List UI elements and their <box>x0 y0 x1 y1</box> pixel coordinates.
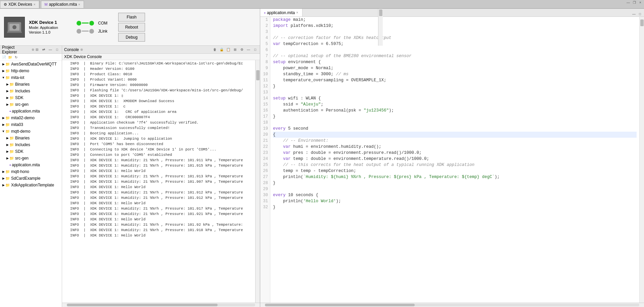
device-panel-scroll[interactable] <box>378 9 383 46</box>
console-maximize-icon[interactable]: □ <box>252 47 258 52</box>
restore-button[interactable]: ❐ <box>632 0 637 5</box>
code-token-comment: // -- Environment: <box>283 138 328 143</box>
code-token-comment: // -- this corrects for the heat output … <box>283 163 474 167</box>
code-line: var tempCorrection = 6.5975; <box>273 41 637 47</box>
tree-arrow-includes2: ▶ <box>5 143 9 146</box>
folder-icon-mitaiot: 📁 <box>5 76 10 80</box>
tree-item-mqtthono[interactable]: ▶ 📁 mqtt-hono <box>0 168 62 175</box>
console-title: Console <box>64 47 79 52</box>
tree-item-appmita2[interactable]: ▶ ▪ application.mita <box>0 162 62 168</box>
editor-vscroll[interactable] <box>639 17 644 303</box>
tree-item-mitaiot[interactable]: ▼ 📁 mita-iot <box>0 74 62 81</box>
com-row: COM <box>77 21 107 26</box>
tree-item-sdk1[interactable]: ▶ 📁 SDK <box>0 94 62 101</box>
editor-minimize-icon[interactable]: — <box>631 11 637 16</box>
link-editor-icon[interactable]: ⇄ <box>41 47 46 52</box>
console-hscroll[interactable] <box>62 303 260 307</box>
code-token-kw: package <box>273 17 291 22</box>
tree-item-srcgen2[interactable]: ▶ 📁 src-gen <box>0 155 62 162</box>
tree-item-sdcard[interactable]: ▶ 📁 SdCardExample <box>0 175 62 182</box>
new-folder-icon[interactable]: 📁 <box>7 54 13 60</box>
folder-icon-sdk1: 📁 <box>9 96 14 100</box>
tree-arrow-mqtthono: ▶ <box>1 170 5 173</box>
tree-item-awssend[interactable]: ▶ 📁 AwsSendDataOverMQTT <box>0 61 62 68</box>
editor-tab-close-btn[interactable]: × <box>296 11 298 14</box>
maximize-panel-icon[interactable]: □ <box>54 47 60 52</box>
console-minimize-icon[interactable]: — <box>246 47 251 52</box>
collapse-all-icon[interactable]: ⊟ <box>34 47 40 52</box>
svg-point-2 <box>12 25 16 29</box>
jlink-label: JLink <box>98 29 107 34</box>
code-token-kw: setup <box>273 96 286 101</box>
minimize-panel-icon[interactable]: — <box>48 47 53 52</box>
tree-label-awssend: AwsSendDataOverMQTT <box>11 62 57 67</box>
folder-icon-mqtthono: 📁 <box>5 170 10 174</box>
debug-button[interactable]: Debug <box>118 33 145 42</box>
xdk-devices-tab[interactable]: ⚙ XDK Devices × <box>0 1 39 8</box>
tree-item-includes2[interactable]: ▶ 📁 Includes <box>0 141 62 148</box>
console-scroll-thumb <box>256 70 260 80</box>
tree-item-mqttdemo[interactable]: ▼ 📁 mqtt-demo <box>0 128 62 135</box>
flash-button[interactable]: Flash <box>118 13 145 21</box>
folder-icon-mita03: 📁 <box>5 123 10 127</box>
tree-item-mita03[interactable]: ▶ 📁 mita03 <box>0 121 62 128</box>
code-line: } <box>273 114 637 120</box>
tree-item-srcgen1[interactable]: ▶ 📁 src-gen <box>0 101 62 108</box>
code-token-plain: wifi : WLAN { <box>286 96 321 101</box>
com-dots <box>77 21 94 26</box>
editor-hscroll[interactable] <box>260 303 644 307</box>
code-token-plain: } <box>273 205 276 210</box>
console-vscroll[interactable] <box>255 60 260 303</box>
console-line: INFO | XDK DEVICE 1: Hello World <box>63 201 254 206</box>
code-token-plain: ssid = <box>273 102 301 107</box>
tree-label-appmita2: application.mita <box>12 163 40 167</box>
code-line: } <box>273 83 637 89</box>
editor-tab-close[interactable]: × <box>78 3 80 6</box>
folder-icon-awssend: 📁 <box>5 62 10 67</box>
console-copy-icon[interactable]: 📋 <box>226 47 231 52</box>
line-number: 2 <box>262 23 268 29</box>
tree-item-binaries2[interactable]: ▶ 📁 Binaries <box>0 135 62 141</box>
code-content[interactable]: package main;import platforms.xdk110; //… <box>270 17 639 303</box>
console-output[interactable]: INFO | Binary File: C:\Users\JAU1SGH\XDK… <box>62 60 255 303</box>
xdk-tab-close[interactable]: × <box>34 3 36 6</box>
reboot-button[interactable]: Reboot <box>118 23 145 32</box>
tree-arrow-srcgen2: ▶ <box>5 157 9 160</box>
editor-tab-appmita[interactable]: ▪ application.mita × <box>260 9 303 16</box>
tree-item-includes1[interactable]: ▶ 📁 Includes <box>0 88 62 94</box>
tree-arrow-sdk2: ▶ <box>5 150 9 153</box>
console-clear-icon[interactable]: 🗑 <box>212 47 218 52</box>
console-filter-icon[interactable]: ⊞ <box>232 47 238 52</box>
code-token-plain <box>273 150 283 155</box>
tree-item-httpdemo[interactable]: ▶ 📁 http-demo <box>0 68 62 74</box>
console-settings-icon[interactable]: ⚙ <box>239 47 244 52</box>
tree-label-sdk2: SDK <box>15 149 24 154</box>
line-number: 27 <box>262 174 268 180</box>
line-number: 3 <box>262 29 268 35</box>
tree-item-appmita1[interactable]: ▶ ▪ application.mita <box>0 108 62 115</box>
console-line: INFO | Connecting to XDK device 'XDK Dev… <box>63 147 254 152</box>
tree-toolbar: 📄 📁 ↻ <box>0 54 62 61</box>
console-line: INFO | XDK DEVICE 1: Humidity: 21 %%rh ,… <box>63 158 254 163</box>
tree-arrow-httpdemo: ▶ <box>1 69 5 73</box>
editor-scroll-thumb <box>640 19 644 26</box>
line-number: 5 <box>262 41 268 47</box>
tree-item-xdktemplate[interactable]: ▶ 📁 XdkApplicationTemplate <box>0 182 62 188</box>
code-token-plain: ); <box>495 175 500 179</box>
console-line: INFO | Connection to port 'COM5' establi… <box>63 152 254 158</box>
code-line <box>273 120 637 126</box>
editor-tab[interactable]: M application.mita × <box>41 1 84 8</box>
tree-arrow-sdk1: ▶ <box>5 96 9 99</box>
close-button[interactable]: × <box>638 0 643 5</box>
tree-item-binaries1[interactable]: ▶ 📁 Binaries <box>0 81 62 88</box>
tree-item-sdk2[interactable]: ▶ 📁 SDK <box>0 148 62 155</box>
new-file-icon[interactable]: 📄 <box>1 54 7 60</box>
device-mode: Mode: Application <box>29 26 69 30</box>
minimize-button[interactable]: — <box>626 0 631 5</box>
editor-maximize-icon[interactable]: □ <box>637 11 643 16</box>
tree-item-mita02demo[interactable]: ▶ 📁 mita02-demo <box>0 115 62 121</box>
tree-label-includes2: Includes <box>15 142 30 147</box>
refresh-icon[interactable]: ↻ <box>13 54 19 60</box>
console-scroll-lock-icon[interactable]: 🔒 <box>219 47 224 52</box>
code-token-plain: pres : double = environment.pressure.rea… <box>291 150 422 155</box>
